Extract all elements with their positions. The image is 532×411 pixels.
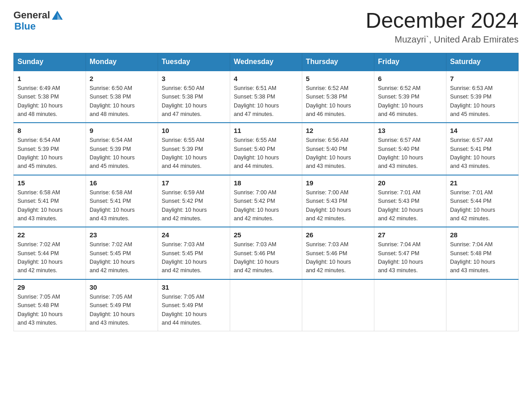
col-header-saturday: Saturday — [446, 53, 519, 71]
day-info: Sunrise: 7:01 AMSunset: 5:43 PMDaylight:… — [378, 189, 423, 222]
day-number: 7 — [450, 75, 515, 82]
calendar-cell: 3 Sunrise: 6:50 AMSunset: 5:38 PMDayligh… — [158, 71, 230, 123]
day-number: 31 — [162, 283, 226, 291]
day-info: Sunrise: 6:49 AMSunset: 5:38 PMDaylight:… — [17, 85, 63, 117]
day-number: 11 — [234, 127, 298, 134]
calendar-cell: 12 Sunrise: 6:56 AMSunset: 5:40 PMDaylig… — [302, 123, 374, 175]
day-number: 2 — [90, 75, 154, 82]
title-block: December 2024 Muzayri`, United Arab Emir… — [365, 9, 519, 45]
day-info: Sunrise: 6:55 AMSunset: 5:40 PMDaylight:… — [234, 137, 279, 169]
calendar-cell: 11 Sunrise: 6:55 AMSunset: 5:40 PMDaylig… — [230, 123, 302, 175]
calendar-subtitle: Muzayri`, United Arab Emirates — [365, 34, 519, 45]
day-number: 29 — [17, 283, 82, 291]
day-number: 19 — [306, 179, 370, 187]
day-number: 9 — [90, 127, 154, 134]
col-header-tuesday: Tuesday — [158, 53, 230, 71]
day-number: 13 — [378, 127, 442, 134]
calendar-cell — [446, 279, 519, 331]
day-info: Sunrise: 7:05 AMSunset: 5:49 PMDaylight:… — [90, 294, 135, 326]
day-info: Sunrise: 7:00 AMSunset: 5:42 PMDaylight:… — [234, 189, 279, 222]
col-header-sunday: Sunday — [14, 53, 86, 71]
day-info: Sunrise: 6:50 AMSunset: 5:38 PMDaylight:… — [90, 85, 135, 117]
day-info: Sunrise: 7:00 AMSunset: 5:43 PMDaylight:… — [306, 189, 351, 222]
calendar-cell: 6 Sunrise: 6:52 AMSunset: 5:39 PMDayligh… — [374, 71, 446, 123]
day-number: 20 — [378, 179, 442, 187]
day-number: 1 — [17, 75, 82, 82]
day-number: 27 — [378, 231, 442, 239]
day-number: 3 — [162, 75, 226, 82]
day-number: 8 — [17, 127, 82, 134]
calendar-cell: 14 Sunrise: 6:57 AMSunset: 5:41 PMDaylig… — [446, 123, 519, 175]
calendar-cell: 8 Sunrise: 6:54 AMSunset: 5:39 PMDayligh… — [14, 123, 86, 175]
calendar-cell: 4 Sunrise: 6:51 AMSunset: 5:38 PMDayligh… — [230, 71, 302, 123]
day-info: Sunrise: 6:55 AMSunset: 5:39 PMDaylight:… — [162, 137, 207, 169]
logo-general-text: General — [13, 9, 50, 21]
day-info: Sunrise: 7:04 AMSunset: 5:47 PMDaylight:… — [378, 241, 423, 274]
calendar-cell: 18 Sunrise: 7:00 AMSunset: 5:42 PMDaylig… — [230, 175, 302, 227]
calendar-cell — [374, 279, 446, 331]
day-number: 24 — [162, 231, 226, 239]
day-info: Sunrise: 6:51 AMSunset: 5:38 PMDaylight:… — [234, 85, 279, 117]
calendar-title: December 2024 — [365, 9, 519, 33]
day-number: 17 — [162, 179, 226, 187]
calendar-cell: 23 Sunrise: 7:02 AMSunset: 5:45 PMDaylig… — [86, 227, 158, 279]
day-info: Sunrise: 7:05 AMSunset: 5:48 PMDaylight:… — [17, 294, 63, 326]
calendar-cell: 22 Sunrise: 7:02 AMSunset: 5:44 PMDaylig… — [14, 227, 86, 279]
calendar-cell: 27 Sunrise: 7:04 AMSunset: 5:47 PMDaylig… — [374, 227, 446, 279]
col-header-thursday: Thursday — [302, 53, 374, 71]
col-header-wednesday: Wednesday — [230, 53, 302, 71]
day-info: Sunrise: 7:03 AMSunset: 5:46 PMDaylight:… — [306, 241, 351, 274]
day-number: 12 — [306, 127, 370, 134]
day-info: Sunrise: 7:05 AMSunset: 5:49 PMDaylight:… — [162, 294, 207, 326]
day-info: Sunrise: 6:57 AMSunset: 5:40 PMDaylight:… — [378, 137, 423, 169]
calendar-table: SundayMondayTuesdayWednesdayThursdayFrid… — [13, 53, 519, 332]
logo-icon — [51, 9, 64, 21]
day-number: 28 — [450, 231, 515, 239]
calendar-week-row: 29 Sunrise: 7:05 AMSunset: 5:48 PMDaylig… — [14, 279, 519, 331]
calendar-week-row: 15 Sunrise: 6:58 AMSunset: 5:41 PMDaylig… — [14, 175, 519, 227]
day-number: 21 — [450, 179, 515, 187]
day-info: Sunrise: 6:50 AMSunset: 5:38 PMDaylight:… — [162, 85, 207, 117]
calendar-cell: 29 Sunrise: 7:05 AMSunset: 5:48 PMDaylig… — [14, 279, 86, 331]
calendar-header-row: SundayMondayTuesdayWednesdayThursdayFrid… — [14, 53, 519, 71]
day-info: Sunrise: 6:57 AMSunset: 5:41 PMDaylight:… — [450, 137, 495, 169]
day-number: 15 — [17, 179, 82, 187]
col-header-monday: Monday — [86, 53, 158, 71]
calendar-cell: 15 Sunrise: 6:58 AMSunset: 5:41 PMDaylig… — [14, 175, 86, 227]
calendar-cell: 13 Sunrise: 6:57 AMSunset: 5:40 PMDaylig… — [374, 123, 446, 175]
day-info: Sunrise: 7:02 AMSunset: 5:45 PMDaylight:… — [90, 241, 135, 274]
calendar-cell: 5 Sunrise: 6:52 AMSunset: 5:38 PMDayligh… — [302, 71, 374, 123]
logo: General Blue — [13, 9, 64, 32]
day-info: Sunrise: 6:54 AMSunset: 5:39 PMDaylight:… — [90, 137, 135, 169]
day-number: 6 — [378, 75, 442, 82]
calendar-cell: 24 Sunrise: 7:03 AMSunset: 5:45 PMDaylig… — [158, 227, 230, 279]
day-number: 4 — [234, 75, 298, 82]
calendar-week-row: 1 Sunrise: 6:49 AMSunset: 5:38 PMDayligh… — [14, 71, 519, 123]
day-info: Sunrise: 6:58 AMSunset: 5:41 PMDaylight:… — [17, 189, 63, 222]
day-info: Sunrise: 6:53 AMSunset: 5:39 PMDaylight:… — [450, 85, 495, 117]
calendar-cell: 25 Sunrise: 7:03 AMSunset: 5:46 PMDaylig… — [230, 227, 302, 279]
calendar-cell: 9 Sunrise: 6:54 AMSunset: 5:39 PMDayligh… — [86, 123, 158, 175]
day-info: Sunrise: 7:01 AMSunset: 5:44 PMDaylight:… — [450, 189, 495, 222]
day-number: 10 — [162, 127, 226, 134]
day-number: 25 — [234, 231, 298, 239]
calendar-cell: 10 Sunrise: 6:55 AMSunset: 5:39 PMDaylig… — [158, 123, 230, 175]
calendar-cell: 1 Sunrise: 6:49 AMSunset: 5:38 PMDayligh… — [14, 71, 86, 123]
calendar-cell: 20 Sunrise: 7:01 AMSunset: 5:43 PMDaylig… — [374, 175, 446, 227]
calendar-week-row: 22 Sunrise: 7:02 AMSunset: 5:44 PMDaylig… — [14, 227, 519, 279]
calendar-cell: 30 Sunrise: 7:05 AMSunset: 5:49 PMDaylig… — [86, 279, 158, 331]
day-info: Sunrise: 7:03 AMSunset: 5:46 PMDaylight:… — [234, 241, 279, 274]
day-info: Sunrise: 6:52 AMSunset: 5:39 PMDaylight:… — [378, 85, 423, 117]
calendar-week-row: 8 Sunrise: 6:54 AMSunset: 5:39 PMDayligh… — [14, 123, 519, 175]
calendar-cell: 17 Sunrise: 6:59 AMSunset: 5:42 PMDaylig… — [158, 175, 230, 227]
day-info: Sunrise: 6:58 AMSunset: 5:41 PMDaylight:… — [90, 189, 135, 222]
calendar-cell: 21 Sunrise: 7:01 AMSunset: 5:44 PMDaylig… — [446, 175, 519, 227]
day-number: 22 — [17, 231, 82, 239]
calendar-cell — [302, 279, 374, 331]
col-header-friday: Friday — [374, 53, 446, 71]
page-header: General Blue December 2024 Muzayri`, Uni… — [13, 9, 519, 45]
calendar-cell: 7 Sunrise: 6:53 AMSunset: 5:39 PMDayligh… — [446, 71, 519, 123]
logo-blue-text: Blue — [14, 21, 36, 32]
day-number: 14 — [450, 127, 515, 134]
day-number: 18 — [234, 179, 298, 187]
